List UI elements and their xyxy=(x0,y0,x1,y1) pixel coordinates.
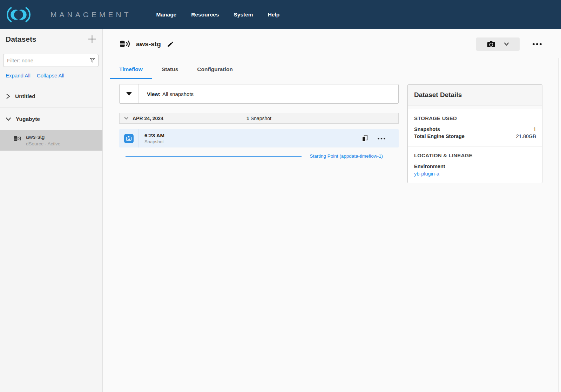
chevron-down-icon xyxy=(124,117,129,120)
datasets-sidebar: Datasets Expand All Collapse All Untitle… xyxy=(0,29,103,392)
storage-used-heading: STORAGE USED xyxy=(414,115,536,121)
snapshot-more-button[interactable] xyxy=(378,138,385,139)
nav-item-resources[interactable]: Resources xyxy=(184,7,226,22)
ds-item-status: dSource - Active xyxy=(26,141,60,146)
snapshot-count-number: 1 xyxy=(246,116,249,121)
tab-status[interactable]: Status xyxy=(152,61,188,79)
copy-snapshot-button[interactable] xyxy=(361,135,368,142)
timeline-line xyxy=(126,156,302,157)
snapshot-count: 1Snapshot xyxy=(246,116,271,121)
add-dataset-button[interactable] xyxy=(87,34,97,44)
edit-name-button[interactable] xyxy=(167,41,174,48)
dsource-icon xyxy=(119,39,131,49)
date-label: APR 24, 2024 xyxy=(133,116,163,121)
row-label: Snapshots xyxy=(414,126,440,133)
snapshot-count-label: Snapshot xyxy=(251,116,271,121)
nav-menu: Manage Resources System Help xyxy=(149,7,287,22)
nav-divider xyxy=(42,6,42,24)
date-group-header[interactable]: APR 24, 2024 1Snapshot xyxy=(119,113,399,124)
row-label: Total Engine Storage xyxy=(414,133,465,140)
sidebar-group-yugabyte[interactable]: Yugabyte xyxy=(0,108,102,130)
view-label-cell[interactable]: View: All snapshots xyxy=(139,84,194,103)
camera-icon xyxy=(487,41,495,48)
object-header: aws-stg xyxy=(119,37,543,51)
vertical-scrollbar[interactable] xyxy=(558,58,561,392)
ellipsis-icon xyxy=(378,138,385,139)
details-panel-title: Dataset Details xyxy=(408,85,542,105)
view-label: View: xyxy=(147,91,161,97)
timeflow-content: View: All snapshots APR 24, 2024 1Snapsh… xyxy=(119,84,561,392)
group-label: Yugabyte xyxy=(16,116,40,122)
caret-down-icon xyxy=(126,92,132,96)
tab-configuration[interactable]: Configuration xyxy=(188,61,242,79)
sidebar-item-aws-stg[interactable]: aws-stg dSource - Active xyxy=(0,130,102,151)
snapshot-type-cell xyxy=(119,129,139,147)
top-navbar: MANAGEMENT Manage Resources System Help xyxy=(0,0,561,29)
collapse-all-link[interactable]: Collapse All xyxy=(37,73,64,78)
snapshot-row[interactable]: 6:23 AM Snapshot xyxy=(119,129,399,147)
environment-label: Environment xyxy=(414,164,536,169)
dsource-icon xyxy=(13,135,22,143)
filter-input[interactable] xyxy=(3,54,99,67)
view-value: All snapshots xyxy=(162,91,194,97)
chevron-down-icon xyxy=(6,117,11,121)
location-lineage-section: LOCATION & LINEAGE Environment yb-plugin… xyxy=(408,146,542,183)
row-value: 1 xyxy=(533,126,536,133)
storage-rows: Snapshots 1 Total Engine Storage 21.80GB xyxy=(414,126,536,140)
ellipsis-icon xyxy=(532,43,542,45)
snapshot-camera-icon xyxy=(124,134,134,143)
tab-bar: Timeflow Status Configuration xyxy=(110,61,242,79)
nav-item-help[interactable]: Help xyxy=(261,7,287,22)
starting-point-link[interactable]: Starting Point (appdata-timeflow-1) xyxy=(310,153,383,159)
sidebar-title: Datasets xyxy=(6,35,36,43)
storage-row-total-engine-storage: Total Engine Storage 21.80GB xyxy=(414,133,536,140)
take-snapshot-button[interactable] xyxy=(476,37,520,51)
view-dropdown-toggle[interactable] xyxy=(120,84,139,103)
chevron-down-icon xyxy=(504,42,509,46)
delphix-logo-icon[interactable] xyxy=(0,6,37,23)
environment-link[interactable]: yb-plugin-a xyxy=(414,171,536,177)
more-actions-button[interactable] xyxy=(532,41,543,47)
snapshot-type-label: Snapshot xyxy=(144,139,164,144)
storage-row-snapshots: Snapshots 1 xyxy=(414,126,536,133)
dataset-details-panel: Dataset Details STORAGE USED Snapshots 1… xyxy=(407,84,542,183)
sidebar-group-untitled[interactable]: Untitled xyxy=(0,85,102,108)
row-value: 21.80GB xyxy=(516,133,536,140)
group-label: Untitled xyxy=(15,93,35,99)
pencil-icon xyxy=(167,41,174,48)
view-selector: View: All snapshots xyxy=(119,84,399,104)
main-content: aws-stg Timeflow Status Configuratio xyxy=(103,29,561,392)
tab-timeflow[interactable]: Timeflow xyxy=(110,61,152,79)
snapshot-list-column: View: All snapshots APR 24, 2024 1Snapsh… xyxy=(119,84,399,159)
chevron-right-icon xyxy=(6,94,11,99)
nav-item-system[interactable]: System xyxy=(227,7,261,22)
snapshot-actions xyxy=(361,129,399,147)
sidebar-header: Datasets xyxy=(0,29,102,49)
snapshot-time: 6:23 AM xyxy=(144,132,164,138)
filter-field-wrap xyxy=(3,54,99,67)
expand-all-link[interactable]: Expand All xyxy=(6,73,31,78)
ds-item-text: aws-stg dSource - Active xyxy=(26,134,60,146)
details-strip xyxy=(408,105,542,109)
starting-point-row: Starting Point (appdata-timeflow-1) xyxy=(119,153,399,159)
brand-label: MANAGEMENT xyxy=(50,11,131,19)
plus-icon xyxy=(87,34,97,44)
ds-item-name: aws-stg xyxy=(26,134,60,140)
filter-funnel-icon[interactable] xyxy=(90,58,95,64)
sidebar-links: Expand All Collapse All xyxy=(6,73,97,78)
object-title: aws-stg xyxy=(136,40,161,48)
nav-item-manage[interactable]: Manage xyxy=(149,7,184,22)
copy-icon xyxy=(361,135,368,142)
storage-used-section: STORAGE USED Snapshots 1 Total Engine St… xyxy=(408,109,542,146)
location-lineage-heading: LOCATION & LINEAGE xyxy=(414,152,536,158)
snapshot-info: 6:23 AM Snapshot xyxy=(144,129,164,147)
